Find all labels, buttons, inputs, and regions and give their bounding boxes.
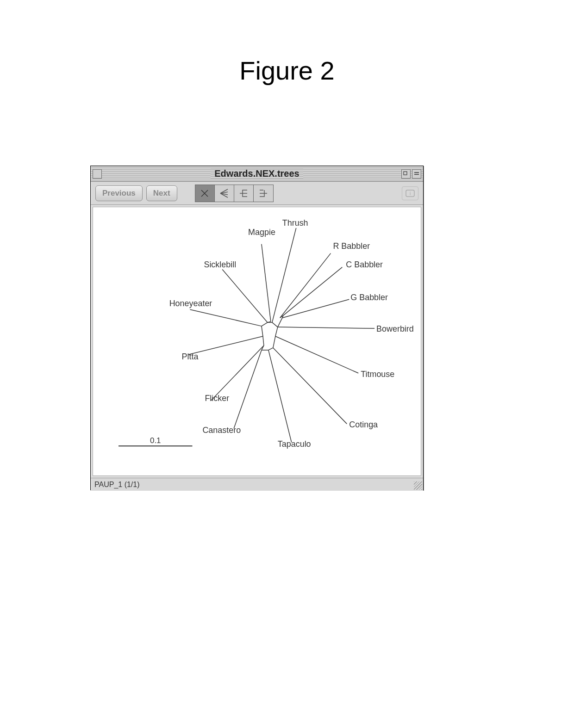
tip-label[interactable]: Tapaculo — [278, 439, 311, 449]
tip-label[interactable]: Bowerbird — [376, 324, 414, 333]
tip-branch — [275, 336, 358, 373]
svg-line-6 — [205, 193, 208, 197]
slanted-view-button[interactable] — [215, 185, 234, 202]
rectangular-view-button[interactable] — [234, 185, 254, 202]
tip-label[interactable]: Thrush — [282, 218, 308, 228]
previous-button[interactable]: Previous — [95, 185, 143, 201]
tip-label[interactable]: Sicklebill — [204, 260, 236, 269]
internal-branch — [263, 336, 264, 345]
internal-branch — [262, 322, 268, 326]
tip-branch — [278, 327, 374, 328]
close-box-icon[interactable] — [93, 169, 102, 179]
zoom-box-icon[interactable] — [401, 169, 411, 179]
resize-grip-icon[interactable] — [414, 481, 422, 490]
tip-label[interactable]: Flicker — [205, 394, 229, 403]
view-mode-group — [195, 185, 274, 202]
internal-branch — [273, 336, 275, 348]
tip-branch — [283, 267, 343, 316]
svg-text:i: i — [410, 191, 411, 196]
tip-label[interactable]: C Babbler — [346, 260, 383, 269]
tip-label[interactable]: Honeyeater — [169, 299, 212, 308]
tree-window: Edwards.NEX.trees Previous Next — [90, 166, 424, 490]
window-titlebar[interactable]: Edwards.NEX.trees — [91, 166, 423, 182]
rectangular-right-view-button[interactable] — [254, 185, 273, 202]
svg-line-3 — [201, 190, 205, 193]
collapse-box-icon[interactable] — [412, 169, 421, 179]
tip-label[interactable]: Titmouse — [361, 370, 394, 379]
scale-bar-label: 0.1 — [150, 436, 161, 445]
tip-label[interactable]: R Babbler — [333, 241, 370, 251]
tip-branch — [190, 309, 261, 326]
next-button[interactable]: Next — [146, 185, 177, 201]
internal-branch — [272, 322, 278, 327]
svg-line-5 — [201, 193, 205, 197]
tip-label[interactable]: Cotinga — [349, 420, 378, 429]
internal-branch — [262, 326, 263, 336]
toolbar: Previous Next i — [91, 182, 423, 205]
internal-branch — [275, 327, 278, 336]
tip-branch — [222, 270, 268, 323]
tip-label[interactable]: Pitta — [182, 352, 199, 361]
status-text: PAUP_1 (1/1) — [94, 481, 140, 489]
tip-label[interactable]: G Babbler — [350, 293, 388, 302]
tree-canvas[interactable]: ThrushMagpieSicklebillHoneyeaterPittaFli… — [93, 207, 421, 476]
figure-caption: Figure 2 — [239, 56, 334, 86]
internal-branch — [278, 318, 282, 327]
tip-label[interactable]: Canastero — [202, 426, 241, 435]
tip-branch — [268, 350, 292, 442]
window-title: Edwards.NEX.trees — [211, 168, 303, 179]
tip-branch — [262, 244, 271, 321]
tip-branch — [188, 336, 263, 355]
tip-branch — [280, 253, 331, 318]
phylogeny-svg: ThrushMagpieSicklebillHoneyeaterPittaFli… — [93, 207, 421, 475]
svg-line-4 — [205, 190, 208, 193]
status-bar: PAUP_1 (1/1) — [91, 478, 423, 491]
info-button[interactable]: i — [402, 186, 418, 200]
svg-rect-0 — [404, 172, 407, 175]
internal-branch — [268, 348, 273, 350]
tip-label[interactable]: Magpie — [248, 228, 275, 237]
unrooted-view-button[interactable] — [195, 185, 215, 202]
tip-branch — [211, 345, 264, 401]
